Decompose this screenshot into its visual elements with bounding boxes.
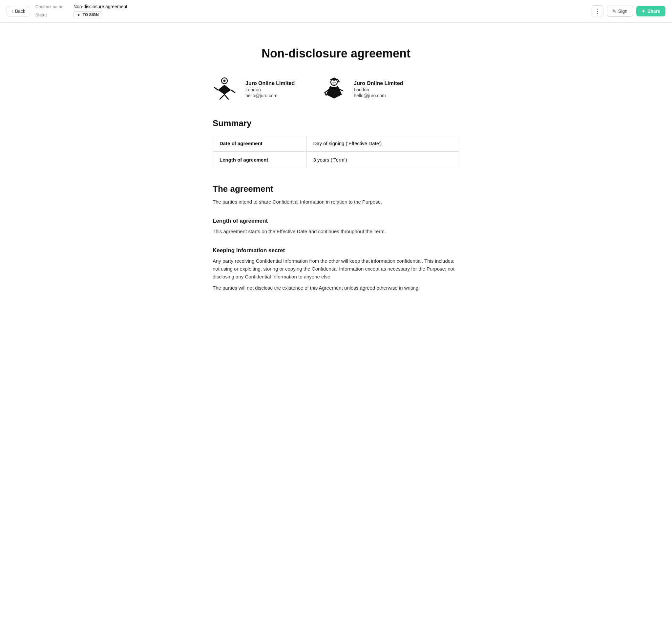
party-2-mascot: [321, 76, 347, 103]
party-2-name: Juro Online Limited: [354, 80, 403, 86]
send-icon: ►: [77, 13, 81, 17]
svg-line-4: [224, 95, 228, 99]
party-1-mascot: [213, 76, 239, 103]
agreement-intro: The parties intend to share Confidential…: [213, 198, 459, 206]
status-value: TO SIGN: [83, 13, 99, 17]
back-arrow-icon: ‹: [12, 9, 13, 14]
secret-text: Any party receiving Confidential Informa…: [213, 257, 459, 281]
more-options-button[interactable]: ⋮: [592, 5, 603, 17]
svg-line-3: [220, 95, 224, 99]
sign-pen-icon: ✎: [612, 9, 616, 14]
status-label: Status: [36, 13, 68, 17]
party-2-email: hello@juro.com: [354, 93, 403, 98]
party-2-city: London: [354, 87, 403, 92]
parties-section: Juro Online Limited London hello@juro.co…: [213, 76, 459, 103]
header-actions: ⋮ ✎ Sign ✦ Share: [592, 5, 666, 17]
secret-subsection: Keeping information secret Any party rec…: [213, 247, 459, 292]
more-icon: ⋮: [594, 8, 601, 15]
party-1-name: Juro Online Limited: [246, 80, 295, 86]
party-1-email: hello@juro.com: [246, 93, 295, 98]
party-1-city: London: [246, 87, 295, 92]
length-subsection: Length of agreement This agreement start…: [213, 218, 459, 235]
contract-name-value: Non-disclosure agreement: [73, 4, 127, 9]
secret-title: Keeping information secret: [213, 247, 459, 254]
svg-point-6: [223, 80, 226, 82]
summary-value-0: Day of signing (‘Effective Date’): [307, 135, 459, 152]
share-label: Share: [647, 9, 660, 14]
contract-name-row: Contract name Non-disclosure agreement: [36, 4, 586, 9]
document-title: Non-disclosure agreement: [213, 46, 459, 60]
share-icon: ✦: [642, 9, 645, 14]
length-title: Length of agreement: [213, 218, 459, 224]
main-content: Non-disclosure agreement: [205, 33, 467, 324]
svg-line-15: [325, 93, 326, 95]
table-row: Date of agreement Day of signing (‘Effec…: [213, 135, 459, 152]
svg-line-2: [231, 90, 235, 93]
summary-field-1: Length of agreement: [213, 152, 307, 168]
summary-field-0: Date of agreement: [213, 135, 307, 152]
status-row: Status ► TO SIGN: [36, 11, 586, 18]
party-2-info: Juro Online Limited London hello@juro.co…: [354, 80, 403, 98]
party-1: Juro Online Limited London hello@juro.co…: [213, 76, 295, 103]
sign-label: Sign: [618, 9, 627, 14]
party-2: Juro Online Limited London hello@juro.co…: [321, 76, 403, 103]
summary-table: Date of agreement Day of signing (‘Effec…: [213, 135, 459, 168]
status-badge[interactable]: ► TO SIGN: [73, 11, 102, 18]
back-label: Back: [15, 9, 25, 14]
sign-button[interactable]: ✎ Sign: [607, 5, 633, 17]
svg-line-1: [214, 87, 218, 90]
agreement-title: The agreement: [213, 184, 459, 194]
secret-faded-text: The parties will not disclose the existe…: [213, 284, 459, 292]
back-button[interactable]: ‹ Back: [6, 6, 30, 16]
svg-point-12: [333, 82, 334, 83]
header-meta: Contract name Non-disclosure agreement S…: [36, 4, 586, 18]
table-row: Length of agreement 3 years (‘Term’): [213, 152, 459, 168]
summary-value-1: 3 years (‘Term’): [307, 152, 459, 168]
page-header: ‹ Back Contract name Non-disclosure agre…: [0, 0, 672, 23]
share-button[interactable]: ✦ Share: [636, 6, 666, 16]
svg-point-11: [338, 81, 340, 82]
agreement-section: The agreement The parties intend to shar…: [213, 184, 459, 206]
contract-name-label: Contract name: [36, 4, 68, 9]
svg-point-13: [335, 82, 336, 83]
length-text: This agreement starts on the Effective D…: [213, 228, 459, 235]
summary-title: Summary: [213, 118, 459, 128]
party-1-info: Juro Online Limited London hello@juro.co…: [246, 80, 295, 98]
